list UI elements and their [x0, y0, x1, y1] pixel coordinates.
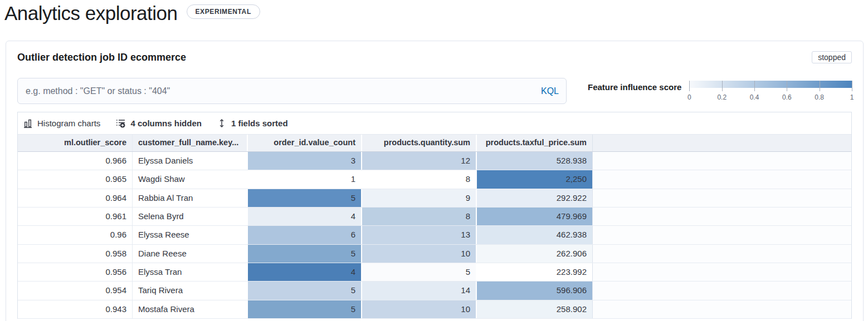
- search-row: KQL Feature influence score 00.20.40.60.…: [17, 78, 852, 104]
- grid-cell[interactable]: 4: [248, 263, 362, 281]
- grid-cell[interactable]: 462.938: [477, 226, 593, 244]
- legend-tick-mark: [689, 81, 690, 91]
- data-grid: Histogram charts 4 columns hidden: [17, 112, 852, 319]
- legend-tick-label: 1: [850, 93, 854, 101]
- grid-cell[interactable]: Mostafa Rivera: [133, 300, 248, 318]
- grid-cell[interactable]: 0.943: [18, 300, 133, 318]
- grid-cell[interactable]: 0.966: [18, 152, 133, 170]
- table-row: 0.954Tariq Rivera514596.906: [18, 282, 851, 300]
- table-row: 0.96Elyssa Reese613462.938: [18, 226, 851, 244]
- legend-gradient-bar: [689, 81, 852, 88]
- page-header: Analytics exploration EXPERIMENTAL: [0, 0, 868, 26]
- grid-cell[interactable]: 8: [362, 170, 477, 188]
- grid-toolbar: Histogram charts 4 columns hidden: [18, 112, 851, 135]
- row-filler: [593, 245, 851, 263]
- row-filler: [593, 226, 851, 244]
- table-row: 0.961Selena Byrd48479.969: [18, 208, 851, 226]
- grid-cell[interactable]: 5: [248, 282, 362, 299]
- grid-cell[interactable]: 0.954: [18, 282, 133, 299]
- columns-hidden-button[interactable]: 4 columns hidden: [116, 118, 202, 128]
- grid-cell[interactable]: 0.964: [18, 189, 133, 207]
- legend-scale: 00.20.40.60.81: [689, 78, 852, 103]
- status-badge: stopped: [812, 51, 852, 63]
- grid-cell[interactable]: 3: [248, 152, 362, 170]
- legend-tick-mark: [852, 81, 852, 91]
- legend-tick-label: 0.8: [815, 93, 824, 101]
- panel-heading: Outlier detection job ID ecommerce: [17, 52, 186, 63]
- column-header-quantity-sum[interactable]: products.quantity.sum: [362, 135, 477, 151]
- histogram-charts-button[interactable]: Histogram charts: [23, 118, 100, 128]
- column-header-taxful-price-sum[interactable]: products.taxful_price.sum: [477, 135, 593, 151]
- grid-cell[interactable]: 223.992: [477, 263, 593, 281]
- table-row: 0.956Elyssa Tran45223.992: [18, 263, 851, 282]
- grid-cell[interactable]: 262.906: [477, 245, 593, 263]
- grid-cell[interactable]: Elyssa Tran: [133, 263, 248, 281]
- grid-cell[interactable]: 0.956: [18, 263, 133, 281]
- table-row: 0.964Rabbia Al Tran59292.922: [18, 189, 851, 208]
- grid-cell[interactable]: Elyssa Reese: [133, 226, 248, 244]
- row-filler: [593, 170, 851, 188]
- header-filler: [593, 135, 851, 151]
- grid-cell[interactable]: 12: [362, 152, 477, 170]
- grid-cell[interactable]: 10: [362, 300, 477, 318]
- grid-cell[interactable]: 9: [362, 189, 477, 207]
- row-filler: [593, 189, 851, 207]
- grid-cell[interactable]: 596.906: [477, 282, 593, 299]
- grid-cell[interactable]: 1: [248, 170, 362, 188]
- grid-cell[interactable]: 258.902: [477, 300, 593, 318]
- list-add-icon: [116, 118, 125, 128]
- grid-cell[interactable]: 0.961: [18, 208, 133, 225]
- page-title: Analytics exploration: [4, 1, 178, 26]
- legend-tick-label: 0.2: [717, 93, 726, 101]
- row-filler: [593, 152, 851, 170]
- grid-cell[interactable]: 0.96: [18, 226, 133, 244]
- kql-language-button[interactable]: KQL: [541, 86, 559, 96]
- grid-cell[interactable]: 10: [362, 245, 477, 263]
- row-filler: [593, 300, 851, 318]
- grid-cell[interactable]: 5: [248, 300, 362, 318]
- grid-header-row: ml.outlier_score customer_full_name.key.…: [18, 135, 851, 152]
- histogram-icon: [23, 119, 32, 128]
- grid-cell[interactable]: 0.965: [18, 170, 133, 188]
- grid-cell[interactable]: 528.938: [477, 152, 593, 170]
- grid-cell[interactable]: 2,250: [477, 170, 593, 188]
- column-header-order-count[interactable]: order_id.value_count: [248, 135, 362, 151]
- legend-tick-mark: [820, 81, 820, 91]
- grid-cell[interactable]: Diane Reese: [133, 245, 248, 263]
- grid-cell[interactable]: Elyssa Daniels: [133, 152, 248, 170]
- grid-body: 0.966Elyssa Daniels312528.9380.965Wagdi …: [18, 152, 851, 319]
- grid-cell[interactable]: 8: [362, 208, 477, 225]
- column-header-customer-name[interactable]: customer_full_name.key...: [133, 135, 248, 151]
- legend-tick-label: 0.4: [750, 93, 759, 101]
- grid-cell[interactable]: 13: [362, 226, 477, 244]
- sort-icon: [217, 118, 226, 128]
- grid-cell[interactable]: Selena Byrd: [133, 208, 248, 225]
- row-filler: [593, 282, 851, 299]
- grid-cell[interactable]: 6: [248, 226, 362, 244]
- panel-header-row: Outlier detection job ID ecommerce stopp…: [17, 51, 852, 63]
- legend-tick-label: 0.6: [782, 93, 792, 101]
- search-input[interactable]: [17, 78, 567, 104]
- legend-tick-mark: [722, 81, 723, 91]
- column-header-outlier-score[interactable]: ml.outlier_score: [18, 135, 133, 151]
- grid-cell[interactable]: 0.958: [18, 245, 133, 263]
- table-row: 0.943Mostafa Rivera510258.902: [18, 300, 851, 319]
- grid-cell[interactable]: 4: [248, 208, 362, 225]
- grid-cell[interactable]: 5: [248, 245, 362, 263]
- grid-cell[interactable]: 479.969: [477, 208, 593, 225]
- outlier-detection-panel: Outlier detection job ID ecommerce stopp…: [6, 41, 864, 321]
- grid-cell[interactable]: 14: [362, 282, 477, 299]
- grid-cell[interactable]: 5: [248, 189, 362, 207]
- legend-tick-label: 0: [687, 93, 691, 101]
- legend-tick-mark: [787, 81, 787, 91]
- grid-cell[interactable]: Wagdi Shaw: [133, 170, 248, 188]
- table-row: 0.958Diane Reese510262.906: [18, 245, 851, 263]
- grid-cell[interactable]: 292.922: [477, 189, 593, 207]
- grid-cell[interactable]: Rabbia Al Tran: [133, 189, 248, 207]
- fields-sorted-button[interactable]: 1 fields sorted: [217, 118, 288, 128]
- legend-tick-mark: [754, 81, 755, 91]
- table-row: 0.965Wagdi Shaw182,250: [18, 170, 851, 189]
- row-filler: [593, 263, 851, 281]
- grid-cell[interactable]: Tariq Rivera: [133, 282, 248, 299]
- grid-cell[interactable]: 5: [362, 263, 477, 281]
